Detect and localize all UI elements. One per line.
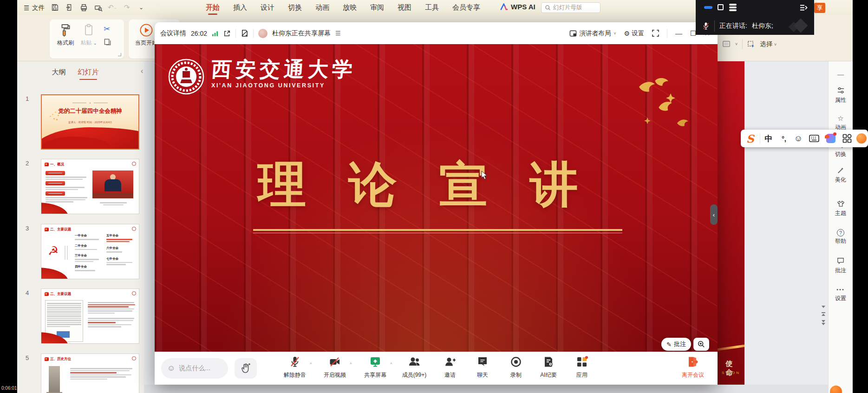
ime-more-icon[interactable] (855, 130, 868, 147)
tab-transition[interactable]: 切换 (287, 2, 302, 13)
undo-button[interactable]: ↶⌄ (107, 2, 117, 13)
record-button[interactable]: 录制 (499, 356, 533, 379)
sidebar-collapse-icon[interactable]: ‹ (141, 67, 143, 75)
slide-thumbnail-1[interactable]: ✦ 党的二十届四中全会精神 宣讲人：杜仰东 时间：2025年11月4日 (41, 94, 139, 150)
layout-button[interactable]: 演讲者布局˅ (569, 29, 616, 38)
file-menu-button[interactable]: ☰ 文件 (21, 2, 47, 13)
output-button[interactable] (64, 2, 74, 13)
scroll-down-icon[interactable] (822, 306, 825, 308)
share-screen-button[interactable]: 共享屏幕 (359, 356, 392, 379)
university-seal-icon (168, 58, 205, 95)
panel-collapse-handle[interactable]: ‹ (710, 204, 718, 225)
tab-slides[interactable]: 幻灯片 (78, 68, 99, 79)
save-button[interactable] (50, 2, 60, 13)
sogou-logo[interactable]: S (741, 130, 760, 147)
previous-slide-button[interactable] (822, 312, 825, 316)
mic-muted-icon (289, 356, 300, 368)
overlay-minimize-icon[interactable] (704, 6, 712, 9)
tab-slideshow[interactable]: 放映 (342, 2, 357, 13)
unmute-button[interactable]: 解除静音 (278, 356, 312, 379)
copy-button[interactable] (104, 38, 111, 48)
wps-ai-button[interactable]: WPS AI (500, 3, 535, 11)
leave-meeting-button[interactable]: 离开会议 (676, 356, 710, 379)
ime-emoji-icon[interactable]: ☺ (790, 130, 806, 147)
sliders-icon (837, 87, 845, 94)
tab-outline[interactable]: 大纲 (52, 68, 66, 79)
slide-thumbnail-3[interactable]: 二、主要议题 ☭ 一中全会 二中全会 三中全会 四中全会 五中全会 六中全会 七… (41, 224, 139, 279)
frame-icon[interactable] (722, 40, 731, 48)
magic-wand-icon (837, 167, 844, 174)
rail-item-help[interactable]: ? 帮助 (829, 228, 853, 245)
format-painter-button[interactable]: 格式刷 (55, 23, 76, 47)
tab-animation[interactable]: 动画 (315, 2, 330, 13)
start-video-button[interactable]: 开启视频 (318, 356, 352, 379)
fullscreen-icon[interactable] (652, 30, 659, 37)
overlay-restore-icon[interactable] (718, 4, 724, 10)
quick-chat-input[interactable]: ☺ 说点什么... (161, 358, 228, 379)
members-button[interactable]: 成员(99+) (398, 356, 431, 379)
cut-button[interactable]: ✂ (104, 24, 110, 34)
tab-insert[interactable]: 插入 (233, 2, 248, 13)
annotate-button[interactable]: ✎ 批注 (661, 338, 691, 351)
share-button[interactable]: 享 (814, 3, 825, 13)
command-search-box[interactable]: 幻灯片母版 (541, 2, 600, 13)
sharing-menu-icon[interactable]: ☰ (335, 30, 341, 37)
rail-collapse-button[interactable]: — (829, 71, 853, 78)
raise-hand-button[interactable] (235, 358, 257, 379)
redo-button[interactable]: ↷ (122, 2, 132, 13)
next-slide-button[interactable] (822, 320, 825, 325)
search-placeholder: 幻灯片母版 (553, 4, 582, 12)
apps-grid-icon (576, 356, 588, 368)
canvas-slide-subtext: SSION (718, 371, 744, 375)
print-button[interactable] (78, 2, 89, 13)
tab-design[interactable]: 设计 (260, 2, 275, 13)
rail-item-properties[interactable]: 属性 (829, 87, 853, 104)
rail-item-theme[interactable]: 主题 (829, 200, 853, 217)
ai-minutes-button[interactable]: AI纪要 (532, 356, 565, 379)
print-preview-button[interactable] (93, 2, 103, 13)
meeting-settings-button[interactable]: ⚙设置 (624, 29, 644, 38)
mic-options-chevron[interactable]: ˄ (310, 361, 312, 366)
invite-button[interactable]: 邀请 (433, 356, 467, 379)
meeting-duration: 26:02 (191, 30, 207, 37)
overlay-collapse-icon[interactable] (799, 4, 808, 11)
rail-item-comment[interactable]: 批注 (829, 257, 853, 275)
zoom-button[interactable] (693, 338, 709, 351)
apps-button[interactable]: 应用 (565, 356, 599, 379)
meeting-details-button[interactable]: 会议详情 (160, 29, 186, 38)
overlay-list-icon[interactable] (729, 4, 737, 12)
slide-thumbnail-4[interactable]: 二、主要议题 (41, 288, 139, 344)
slide-thumbnail-2[interactable]: 一、概况 (41, 159, 139, 214)
chat-button[interactable]: 聊天 (466, 356, 499, 379)
meeting-minimize-button[interactable]: — (675, 29, 682, 37)
clipboard-dialog-launcher[interactable] (118, 53, 121, 56)
ime-keyboard-icon[interactable] (806, 130, 822, 147)
ime-toolbox-icon[interactable] (839, 130, 855, 147)
tab-member[interactable]: 会员专享 (452, 2, 481, 13)
video-options-chevron[interactable]: ˄ (350, 361, 352, 366)
tab-tools[interactable]: 工具 (424, 2, 439, 13)
rail-item-animation[interactable]: ☆ 动画 (829, 114, 853, 131)
party-flag-icon (45, 163, 49, 166)
rail-item-beautify[interactable]: 美化 (829, 167, 853, 184)
meeting-check-icon[interactable] (241, 29, 248, 37)
slide-thumbnail-5[interactable]: 三、历史方位 (41, 354, 139, 393)
open-external-icon[interactable] (223, 30, 231, 37)
slide-number: 2 (26, 160, 29, 167)
quickbar-more-button[interactable]: ⌄ (136, 2, 146, 13)
ime-punctuation[interactable]: °, (777, 130, 790, 147)
speaking-label: 正在讲话: (719, 22, 747, 30)
share-options-chevron[interactable]: ˄ (390, 361, 392, 366)
ime-mode-chinese[interactable]: 中 (760, 130, 777, 147)
smiley-icon: ☺ (167, 364, 175, 373)
paste-button[interactable]: 粘贴 ⌄ (78, 23, 99, 47)
tab-review[interactable]: 审阅 (370, 2, 385, 13)
tab-home[interactable]: 开始 (205, 2, 220, 13)
tab-view[interactable]: 视图 (397, 2, 412, 13)
select-button[interactable]: 选择 ˅ (760, 40, 777, 48)
ime-skin-icon[interactable] (822, 130, 839, 147)
save-icon (51, 3, 59, 12)
slide-nav-scroll (820, 306, 827, 325)
dots-icon: ••• (829, 285, 853, 294)
rail-item-settings[interactable]: ••• 设置 (829, 285, 853, 302)
